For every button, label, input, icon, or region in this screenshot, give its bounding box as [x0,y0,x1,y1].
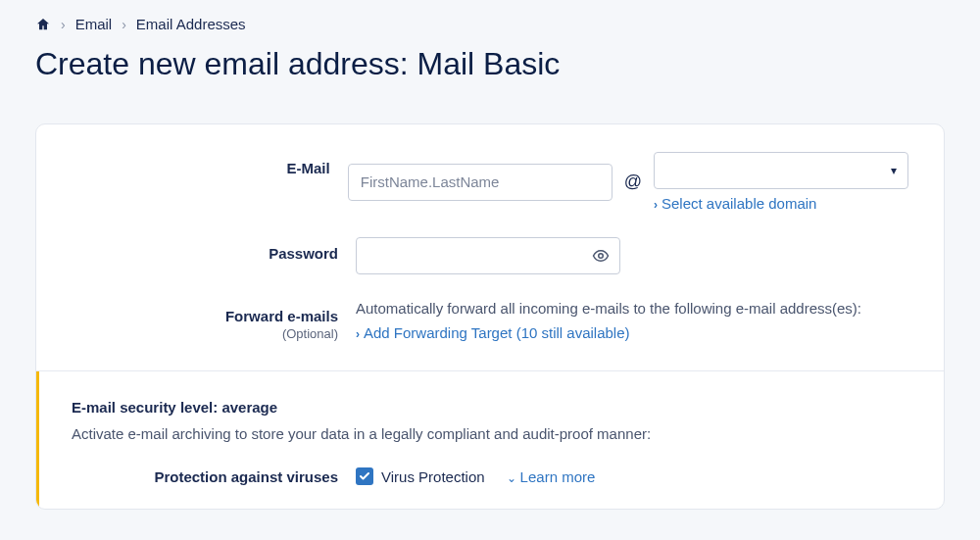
page-title: Create new email address: Mail Basic [0,40,980,110]
learn-more-link[interactable]: ⌄Learn more [507,468,596,485]
chevron-right-icon: › [122,17,126,32]
email-localpart-input[interactable] [348,164,612,201]
forward-optional: (Optional) [72,326,338,341]
forward-description: Automatically forward all incoming e-mai… [356,300,908,317]
learn-more-text: Learn more [520,468,596,485]
chevron-right-icon: › [654,198,658,212]
email-label-wrap: E-Mail [72,152,348,176]
email-label: E-Mail [72,160,330,176]
add-forwarding-target-text: Add Forwarding Target (10 still availabl… [364,324,630,341]
select-domain-link[interactable]: ›Select available domain [654,195,908,212]
breadcrumb-email[interactable]: Email [75,16,113,32]
row-forward: Forward e-mails (Optional) Automatically… [72,300,908,341]
breadcrumb-home[interactable] [35,17,51,32]
security-section: E-mail security level: average Activate … [36,370,944,509]
virus-protection-checkbox[interactable] [356,467,373,485]
form-card: E-Mail @ ▾ ›Select available domain [35,123,945,510]
select-domain-link-text: Select available domain [662,195,816,212]
security-title: E-mail security level: average [72,399,908,416]
password-label: Password [72,245,338,262]
forward-label: Forward e-mails [72,308,338,324]
check-icon [359,470,370,482]
at-symbol: @ [624,172,642,192]
home-icon [35,17,51,32]
form-section: E-Mail @ ▾ ›Select available domain [36,124,944,370]
add-forwarding-target-link[interactable]: ›Add Forwarding Target (10 still availab… [356,324,630,341]
chevron-right-icon: › [356,327,360,341]
password-label-wrap: Password [72,237,356,262]
row-virus-protection: Protection against viruses Virus Protect… [72,467,908,485]
breadcrumb: › Email › Email Addresses [0,0,980,40]
domain-select[interactable] [654,152,908,189]
forward-label-wrap: Forward e-mails (Optional) [72,300,356,341]
row-password: Password [72,237,908,274]
eye-icon[interactable] [592,247,610,265]
security-description: Activate e-mail archiving to store your … [72,425,908,442]
row-email: E-Mail @ ▾ ›Select available domain [72,152,908,212]
svg-point-0 [599,254,604,259]
chevron-down-icon: ⌄ [507,471,516,485]
breadcrumb-email-addresses[interactable]: Email Addresses [136,16,246,32]
virus-protection-checkbox-label: Virus Protection [381,468,485,485]
password-input[interactable] [368,238,592,273]
virus-protection-label: Protection against viruses [72,468,356,485]
chevron-right-icon: › [61,17,66,32]
